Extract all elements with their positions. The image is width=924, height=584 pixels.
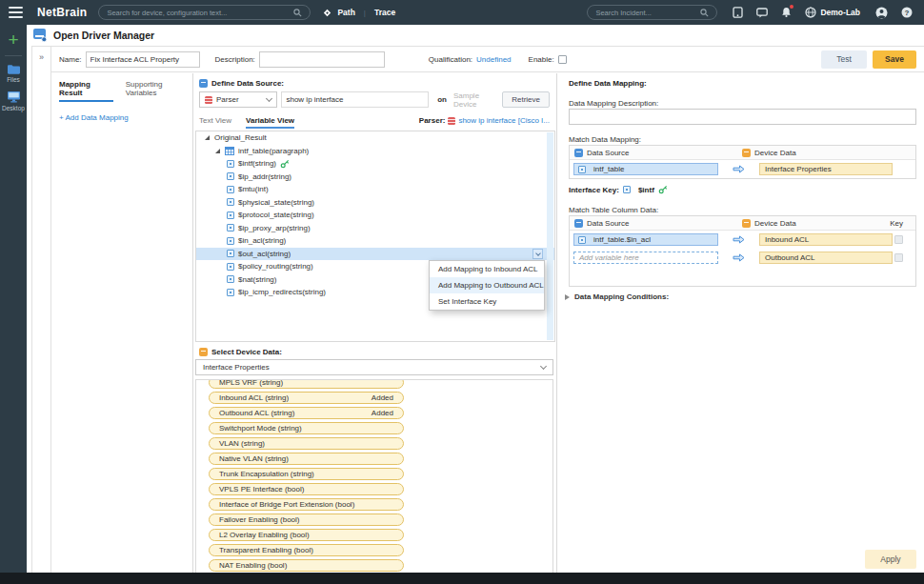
sidebar-item-desktop[interactable]: Desktop [0, 91, 27, 111]
menu-item-set-interface-key[interactable]: Set Interface Key [430, 293, 544, 310]
cell-value: intf_table [593, 165, 624, 173]
list-item[interactable]: Switchport Mode (string) [209, 422, 404, 434]
trace-menu[interactable]: Trace [374, 8, 395, 17]
on-label: on [437, 95, 447, 104]
topbar-divider: | [364, 9, 366, 17]
notifications-bell-icon[interactable] [781, 7, 792, 18]
add-icon[interactable]: + [0, 30, 27, 50]
tab-mapping-result[interactable]: Mapping Result [59, 80, 113, 102]
path-menu[interactable]: Path [322, 8, 354, 18]
tree-item-var[interactable]: $protocol_state(string) [196, 209, 554, 222]
sample-device-field[interactable]: Sample Device [453, 91, 502, 109]
chat-icon[interactable] [756, 8, 768, 18]
device-data-icon [742, 219, 751, 228]
key-checkbox[interactable] [894, 253, 903, 262]
device-panel-icon[interactable] [733, 7, 743, 18]
list-item[interactable]: Transparent Enabling (bool) [209, 544, 404, 556]
list-item[interactable]: Trunk Encapsulation (string) [209, 468, 404, 480]
mapping-description-field[interactable] [569, 109, 916, 125]
collapse-panel-button[interactable]: » [32, 52, 50, 62]
retrieve-button[interactable]: Retrieve [502, 91, 550, 108]
user-avatar-icon[interactable] [875, 7, 888, 19]
tree-item-intf-table[interactable]: intf_table(paragraph) [196, 145, 554, 158]
qualification-link[interactable]: Undefined [476, 55, 511, 64]
menu-item-add-mapping-inbound[interactable]: Add Mapping to Inbound ACL [430, 261, 544, 277]
expander-icon[interactable] [205, 135, 210, 140]
list-item[interactable]: Inbound ACL (string)Added [209, 392, 404, 404]
list-item[interactable]: Failover Enabling (bool) [209, 514, 404, 526]
row-menu-button[interactable] [532, 249, 543, 259]
driver-manager-icon [33, 29, 48, 42]
list-item[interactable]: MPLS VRF (string) [209, 379, 404, 389]
list-item-label: Interface of Bridge Port Extension (bool… [219, 500, 354, 509]
description-field[interactable] [259, 51, 385, 68]
driver-form-row: Name: Description: Qualification: Undefi… [51, 46, 924, 72]
list-item[interactable]: Interface of Bridge Port Extension (bool… [209, 498, 404, 511]
data-source-cell[interactable]: intf_table [573, 163, 718, 175]
menu-icon[interactable] [9, 7, 23, 18]
add-variable-placeholder[interactable]: Add variable here [573, 252, 718, 264]
data-mapping-conditions-toggle[interactable]: Data Mapping Conditions: [565, 292, 669, 301]
tree-item-var[interactable]: $ip_proxy_arp(string) [196, 222, 554, 235]
list-item[interactable]: L2 Overlay Enabling (bool) [209, 529, 404, 541]
tab-text-view[interactable]: Text View [199, 116, 231, 127]
tree-item-var[interactable]: $ip_addr(string) [196, 171, 554, 184]
test-button[interactable]: Test [821, 50, 867, 69]
desktop-icon [7, 91, 21, 103]
match-column-table: Data Source Device Data Key intf_table.$… [569, 215, 916, 287]
parser-command-field[interactable] [281, 91, 429, 108]
parser-link[interactable]: show ip interface [Cisco I... [458, 116, 550, 125]
mapping-arrow-icon [733, 253, 745, 262]
context-menu: Add Mapping to Inbound ACL Add Mapping t… [429, 260, 545, 311]
list-item[interactable]: Native VLAN (string) [209, 453, 404, 465]
help-icon[interactable]: ? [901, 7, 913, 18]
tree-item-var[interactable]: $mtu(int) [196, 183, 554, 196]
device-data-cell[interactable]: Interface Properties [759, 163, 893, 175]
list-item[interactable]: Outbound ACL (string)Added [209, 407, 404, 419]
enable-checkbox[interactable] [558, 55, 567, 64]
variable-icon [227, 275, 234, 283]
table-icon [225, 147, 234, 155]
tree-item-label: $in_acl(string) [238, 236, 286, 245]
view-tabs: Text View Variable View Parser: show ip … [199, 116, 550, 129]
sidebar-item-files[interactable]: Files [0, 64, 27, 83]
list-item[interactable]: NAT Enabling (bool) [209, 559, 404, 572]
device-data-cell[interactable]: Inbound ACL [759, 233, 893, 246]
device-data-icon [742, 149, 751, 157]
tree-scrollbar[interactable] [547, 132, 553, 340]
menu-item-add-mapping-outbound[interactable]: Add Mapping to Outbound ACL [430, 277, 544, 293]
data-source-cell[interactable]: intf_table.$in_acl [573, 233, 718, 246]
add-data-mapping-link[interactable]: + Add Data Mapping [59, 113, 192, 122]
key-checkbox[interactable] [894, 235, 903, 244]
tree-item-label: $out_acl(string) [238, 250, 291, 258]
tenant-label[interactable]: Demo-Lab [820, 8, 860, 17]
incident-search-input[interactable]: Search Incident... [587, 5, 717, 20]
globe-icon[interactable] [805, 7, 816, 18]
notification-dot [790, 5, 793, 9]
parser-icon [448, 117, 455, 125]
table-row: Add variable here Outbound ACL [570, 249, 915, 267]
match-data-mapping-label: Match Data Mapping: [569, 135, 641, 144]
device-data-cell[interactable]: Outbound ACL [759, 252, 893, 264]
added-badge: Added [372, 393, 393, 402]
name-field[interactable] [86, 51, 200, 68]
tree-item-var[interactable]: $in_acl(string) [196, 234, 554, 248]
device-data-dropdown[interactable]: Interface Properties [195, 359, 553, 375]
list-item[interactable]: VLAN (string) [209, 437, 404, 450]
apply-button[interactable]: Apply [865, 550, 916, 569]
list-item[interactable]: VPLS PE Interface (bool) [209, 483, 404, 495]
tree-item-var-selected[interactable]: $out_acl(string) [196, 248, 554, 261]
tab-supporting-variables[interactable]: Supporting Variables [126, 80, 192, 102]
parser-type-dropdown[interactable]: Parser [199, 91, 277, 108]
expander-icon[interactable] [215, 149, 220, 153]
path-label: Path [337, 8, 354, 17]
tree-item-var[interactable]: $intf(string) [196, 157, 554, 171]
tree-item-var[interactable]: $physical_state(string) [196, 196, 554, 210]
variable-icon [623, 186, 631, 193]
tab-variable-view[interactable]: Variable View [246, 116, 294, 129]
list-item-label: VLAN (string) [219, 439, 265, 448]
device-search-input[interactable]: Search for device, configuration text... [98, 5, 311, 20]
qualification-label: Qualification: [429, 55, 472, 64]
tree-item-original-result[interactable]: Original_Result [196, 131, 554, 145]
save-button[interactable]: Save [873, 50, 916, 69]
